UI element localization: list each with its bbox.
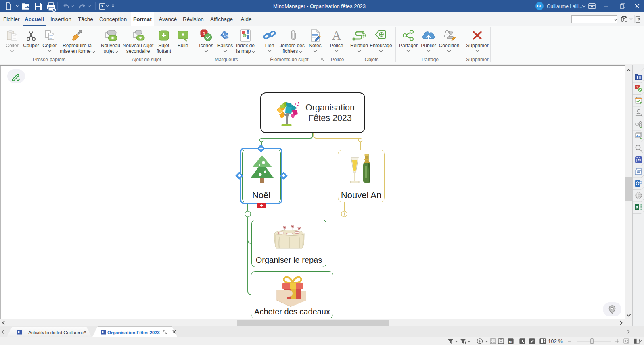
svg-text:24: 24 (509, 341, 512, 343)
svg-text:?: ? (101, 4, 104, 9)
svg-text:?: ? (637, 17, 640, 23)
svg-text:X: X (636, 205, 638, 210)
svg-text:A: A (332, 29, 341, 42)
svg-text:102 %: 102 % (548, 338, 563, 344)
